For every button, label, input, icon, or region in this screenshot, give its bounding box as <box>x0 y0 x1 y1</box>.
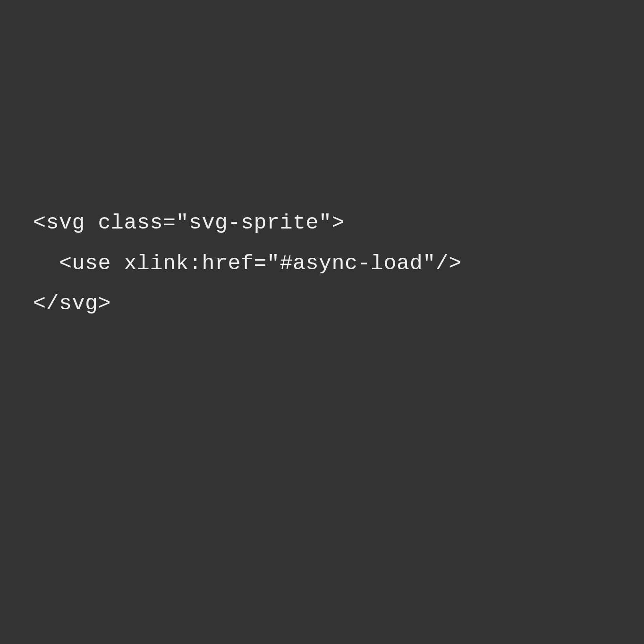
code-line-1: <svg class="svg-sprite"> <box>33 211 345 235</box>
code-line-2: <use xlink:href="#async-load"/> <box>33 252 462 276</box>
code-snippet: <svg class="svg-sprite"> <use xlink:href… <box>33 203 462 324</box>
code-line-3: </svg> <box>33 292 111 316</box>
